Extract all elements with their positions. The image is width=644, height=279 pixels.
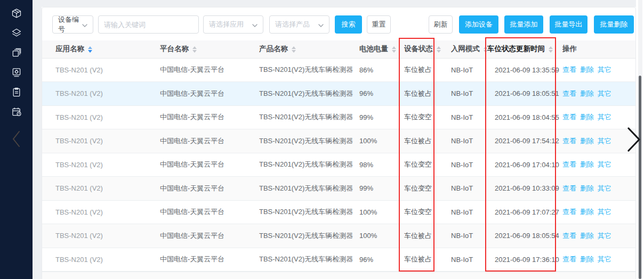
other-link[interactable]: 其它 bbox=[598, 65, 611, 73]
cell-battery: 96% bbox=[359, 82, 404, 106]
next-page-button[interactable] bbox=[627, 127, 641, 152]
delete-link[interactable]: 删除 bbox=[580, 113, 594, 121]
batch-add-button[interactable]: 批量添加 bbox=[504, 15, 543, 34]
cell-platform: 中国电信-天翼云平台 bbox=[160, 153, 259, 177]
layers-icon bbox=[11, 28, 22, 40]
cell-network: NB-IoT bbox=[451, 153, 487, 177]
column-header[interactable]: 平台名称 bbox=[160, 40, 259, 58]
delete-link[interactable]: 删除 bbox=[580, 184, 594, 192]
batch-delete-button[interactable]: 批量删除 bbox=[594, 15, 634, 34]
sidebar-item-applications[interactable] bbox=[11, 48, 22, 60]
table-row[interactable]: TBS-N201 (V2)中国电信-天翼云平台TBS-N201(V2)无线车辆检… bbox=[42, 224, 635, 248]
cell-network: NB-IoT bbox=[451, 129, 487, 153]
other-link[interactable]: 其它 bbox=[598, 208, 611, 216]
copy-icon bbox=[11, 47, 22, 60]
table-row[interactable]: TBS-N201 (V2)中国电信-天翼云平台TBS-N201(V2)无线车辆检… bbox=[42, 200, 635, 224]
column-header[interactable]: 产品名称 bbox=[259, 40, 359, 58]
cell-status: 车位被占 bbox=[404, 129, 451, 153]
add-device-button[interactable]: 添加设备 bbox=[459, 15, 498, 34]
sort-arrows-icon[interactable] bbox=[192, 46, 197, 53]
sort-arrows-icon[interactable] bbox=[484, 46, 487, 53]
view-link[interactable]: 查看 bbox=[562, 89, 576, 97]
column-header-label: 操作 bbox=[562, 45, 577, 53]
cell-platform: 中国电信-天翼云平台 bbox=[160, 129, 259, 153]
page-background-strip bbox=[33, 0, 42, 279]
cell-updated: 2021-06-09 17:36:10 bbox=[487, 248, 562, 272]
table-row[interactable]: TBS-N201 (V2)中国电信-天翼云平台TBS-N201(V2)无线车辆检… bbox=[42, 153, 635, 177]
cell-updated: 2021-06-09 13:35:59 bbox=[487, 58, 562, 82]
delete-link[interactable]: 删除 bbox=[580, 137, 594, 145]
sidebar-item-products[interactable] bbox=[11, 28, 22, 40]
table-row[interactable]: TBS-N201 (V2)中国电信-天翼云平台TBS-N201(V2)无线车辆检… bbox=[42, 248, 635, 272]
field-select[interactable]: 设备编号 bbox=[52, 15, 93, 34]
cell-product: TBS-N201(V2)无线车辆检测器 bbox=[259, 177, 359, 201]
table-row[interactable]: TBS-N201 (V2)中国电信-天翼云平台TBS-N201(V2)无线车辆检… bbox=[42, 58, 635, 82]
other-link[interactable]: 其它 bbox=[598, 160, 611, 168]
other-link[interactable]: 其它 bbox=[598, 89, 611, 97]
refresh-button[interactable]: 刷新 bbox=[429, 15, 453, 34]
other-link[interactable]: 其它 bbox=[598, 137, 611, 145]
other-link[interactable]: 其它 bbox=[598, 255, 611, 263]
view-link[interactable]: 查看 bbox=[562, 232, 576, 240]
sort-arrows-icon[interactable] bbox=[549, 46, 553, 53]
cell-updated: 2021-06-09 18:04:55 bbox=[487, 105, 562, 129]
table-row[interactable]: TBS-N201 (V2)中国电信-天翼云平台TBS-N201(V2)无线车辆检… bbox=[42, 105, 635, 129]
cell-platform: 中国电信-天翼云平台 bbox=[160, 82, 259, 106]
delete-link[interactable]: 删除 bbox=[580, 89, 594, 97]
scrollbar-thumb[interactable] bbox=[639, 76, 641, 279]
keyword-input[interactable] bbox=[98, 15, 199, 34]
column-header[interactable]: 入网模式 bbox=[451, 40, 487, 58]
table-row[interactable]: TBS-N201 (V2)中国电信-天翼云平台TBS-N201(V2)无线车辆检… bbox=[42, 129, 635, 153]
sidebar-item-monitor-settings[interactable] bbox=[11, 68, 22, 79]
view-link[interactable]: 查看 bbox=[562, 160, 576, 168]
sort-arrows-icon[interactable] bbox=[88, 46, 92, 53]
other-link[interactable]: 其它 bbox=[598, 184, 611, 192]
cell-updated: 2021-06-09 10:33:09 bbox=[487, 177, 562, 201]
cell-product: TBS-N201(V2)无线车辆检测器 bbox=[259, 105, 359, 129]
view-link[interactable]: 查看 bbox=[562, 113, 576, 121]
column-header-label: 设备状态 bbox=[404, 45, 433, 53]
view-link[interactable]: 查看 bbox=[562, 65, 576, 73]
sidebar-item-reports[interactable] bbox=[11, 87, 22, 99]
cell-app: TBS-N201 (V2) bbox=[42, 82, 160, 106]
sort-arrows-icon[interactable] bbox=[292, 46, 296, 53]
other-link[interactable]: 其它 bbox=[598, 113, 611, 121]
delete-link[interactable]: 删除 bbox=[580, 208, 594, 216]
device-table: 应用名称平台名称产品名称电池电量设备状态入网模式车位状态更新时间操作 TBS-N… bbox=[42, 40, 635, 272]
other-link[interactable]: 其它 bbox=[598, 232, 611, 240]
column-header[interactable]: 设备状态 bbox=[404, 40, 451, 58]
view-link[interactable]: 查看 bbox=[562, 255, 576, 263]
cell-network: NB-IoT bbox=[451, 177, 487, 201]
sort-arrows-icon[interactable] bbox=[437, 46, 441, 53]
content-card: 设备编号 请选择应用 请选择产品 搜索 重置 刷新 添加设备 批量添加 批量导出… bbox=[42, 7, 636, 279]
batch-export-button[interactable]: 批量导出 bbox=[550, 15, 587, 34]
column-header[interactable]: 应用名称 bbox=[42, 40, 160, 58]
reset-button[interactable]: 重置 bbox=[367, 15, 391, 34]
table-row[interactable]: TBS-N201 (V2)中国电信-天翼云平台TBS-N201(V2)无线车辆检… bbox=[42, 177, 635, 201]
column-header[interactable]: 车位状态更新时间 bbox=[487, 40, 562, 58]
view-link[interactable]: 查看 bbox=[562, 137, 576, 145]
calendar-clock-icon bbox=[11, 106, 22, 119]
cell-app: TBS-N201 (V2) bbox=[42, 200, 160, 224]
sidebar-collapse-button[interactable] bbox=[11, 134, 22, 146]
delete-link[interactable]: 删除 bbox=[580, 255, 594, 263]
view-link[interactable]: 查看 bbox=[562, 208, 576, 216]
view-link[interactable]: 查看 bbox=[562, 184, 576, 192]
table-row[interactable]: TBS-N201 (V2)中国电信-天翼云平台TBS-N201(V2)无线车辆检… bbox=[42, 82, 635, 106]
delete-link[interactable]: 删除 bbox=[580, 232, 594, 240]
product-select[interactable]: 请选择产品 bbox=[269, 15, 329, 34]
cell-battery: 98% bbox=[359, 153, 404, 177]
column-header[interactable]: 电池电量 bbox=[359, 40, 404, 58]
delete-link[interactable]: 删除 bbox=[580, 65, 594, 73]
cell-updated: 2021-06-09 17:04:10 bbox=[487, 153, 562, 177]
cell-app: TBS-N201 (V2) bbox=[42, 224, 160, 248]
search-button[interactable]: 搜索 bbox=[335, 15, 362, 34]
sort-arrows-icon[interactable] bbox=[392, 46, 396, 53]
sidebar-item-schedule[interactable] bbox=[11, 107, 22, 119]
cell-battery: 100% bbox=[359, 224, 404, 248]
field-select-value: 设备编号 bbox=[58, 15, 79, 34]
application-select[interactable]: 请选择应用 bbox=[203, 15, 263, 34]
sidebar-item-devices[interactable] bbox=[11, 9, 22, 20]
delete-link[interactable]: 删除 bbox=[580, 160, 594, 168]
cell-network: NB-IoT bbox=[451, 224, 487, 248]
